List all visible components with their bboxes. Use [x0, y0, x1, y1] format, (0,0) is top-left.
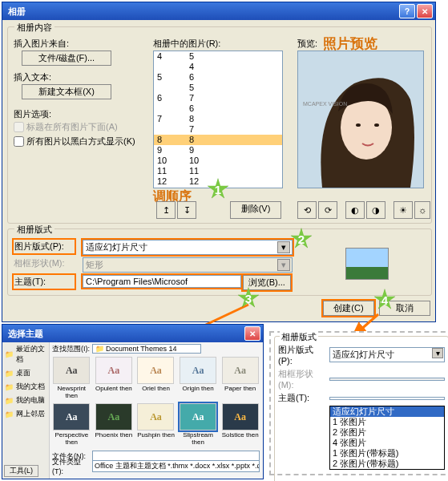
contrast-up-icon[interactable]: ◐ [345, 201, 365, 219]
move-down-button[interactable]: ↧ [177, 201, 196, 219]
list-item[interactable]: 78 [154, 114, 282, 124]
svg-point-2 [356, 123, 361, 127]
theme-thumb[interactable]: AaSlipstream then [179, 403, 218, 447]
list-item[interactable]: 5 [154, 83, 282, 93]
dropdown-option[interactable]: 2 张图片 [330, 427, 444, 438]
pic-layout-combo[interactable]: 适应幻灯片尺寸 [329, 347, 445, 362]
titlebar[interactable]: 选择主题 ✕ [2, 325, 263, 342]
picture-listbox[interactable]: 4545656767878899101011111212131314141515 [153, 51, 283, 188]
tools-button[interactable]: 工具(L) [4, 465, 38, 477]
insert-from-label: 插入图片来自: [14, 38, 69, 50]
preview-label: 预览: [297, 38, 317, 50]
bw-checkbox[interactable]: 所有图片以黑白方式显示(K) [14, 135, 135, 148]
svg-point-3 [374, 123, 379, 127]
pic-layout-label: 图片版式(P): [278, 344, 326, 366]
group-album-layout: 相册版式 图片版式(P):适应幻灯片尺寸 相框形状(M): 主题(T): 适应幻… [274, 336, 448, 481]
theme-thumb[interactable]: AaNewsprint then [52, 357, 91, 400]
pics-in-album-label: 相册中的图片(R): [153, 38, 220, 50]
theme-thumb[interactable]: AaPaper then [220, 357, 260, 400]
list-item[interactable]: 67 [154, 93, 282, 103]
brightness-up-icon[interactable]: ☀ [394, 201, 413, 219]
list-item[interactable]: 1212 [154, 176, 282, 187]
rotate-right-icon[interactable]: ⟳ [318, 201, 337, 219]
insert-text-label: 插入文本: [14, 71, 51, 83]
theme-open-dialog: 选择主题 ✕ 📁最近的文档📁桌面📁我的文档📁我的电脑📁网上邻居 查找范围(I):… [2, 324, 264, 479]
frame-label: 相框形状(M): [278, 368, 326, 390]
filetype-row: 文件类型(T):Office 主题和主题文档 *.thmx *.docx *.x… [52, 457, 260, 475]
delete-button[interactable]: 删除(V) [230, 201, 281, 219]
pic-options-label: 图片选项: [14, 108, 51, 120]
contrast-down-icon[interactable]: ◑ [366, 201, 385, 219]
group-label: 相册版式 [14, 224, 54, 236]
dropdown-option[interactable]: 2 张图片(带标题) [330, 459, 444, 469]
new-textbox-button[interactable]: 新建文本框(X) [22, 84, 111, 99]
group-label: 相册内容 [14, 22, 54, 34]
list-item[interactable]: 56 [154, 72, 282, 83]
lookin-label: 查找范围(I): 📁 Document Themes 14 [52, 344, 201, 354]
close-icon[interactable]: ✕ [417, 4, 433, 18]
sidebar-item[interactable]: 📁最近的文档 [2, 342, 49, 366]
dialog-title: 选择主题 [5, 328, 243, 340]
list-item[interactable]: 1010 [154, 156, 282, 166]
dropdown-option[interactable]: 适应幻灯片尺寸 [330, 406, 444, 417]
browse-button[interactable]: 浏览(B)... [243, 275, 291, 290]
theme-thumb[interactable]: AaPerspective then [52, 403, 91, 447]
theme-thumb[interactable]: AaOpulent then [95, 357, 134, 400]
titlebar[interactable]: 相册 ? ✕ [2, 2, 435, 20]
theme-thumb[interactable]: AaPhoenix then [95, 403, 134, 447]
brightness-down-icon[interactable]: ☼ [414, 201, 430, 219]
theme-thumb[interactable]: AaPushpin then [136, 403, 176, 447]
dialog-title: 相册 [5, 6, 398, 18]
pic-layout-combo[interactable]: 适应幻灯片尺寸 [83, 240, 293, 255]
dropdown-option[interactable]: 1 张图片(带标题) [330, 448, 444, 459]
close-icon[interactable]: ✕ [244, 326, 260, 341]
theme-thumb[interactable]: AaOrigin then [179, 357, 218, 400]
sidebar-item[interactable]: 📁网上邻居 [2, 407, 49, 421]
dropdown-option[interactable]: 4 张图片 [330, 438, 444, 448]
cancel-button[interactable]: 取消 [379, 301, 430, 316]
theme-label: 主题(T): [14, 275, 75, 289]
theme-thumbnails[interactable]: AaNewsprint thenAaOpulent thenAaOriel th… [52, 357, 260, 447]
svg-text:MCAPEX VISION: MCAPEX VISION [303, 101, 347, 107]
list-item[interactable]: 1313 [154, 187, 282, 188]
caption-checkbox[interactable]: 标题在所有图片下面(A) [14, 121, 118, 133]
theme-input[interactable]: C:\Program Files\Microsof [83, 275, 241, 288]
preview-pane: MCAPEX VISION [297, 51, 424, 188]
list-item[interactable]: 45 [154, 51, 282, 62]
sidebar-item[interactable]: 📁我的文档 [2, 380, 49, 394]
theme-thumb[interactable]: AaOriel then [136, 357, 176, 400]
create-button[interactable]: 创建(C) [323, 301, 374, 316]
dropdown-option[interactable]: 1 张图片 [330, 417, 444, 427]
places-sidebar[interactable]: 📁最近的文档📁桌面📁我的文档📁我的电脑📁网上邻居 [2, 342, 50, 479]
layout-options-dropdown[interactable]: 适应幻灯片尺寸1 张图片2 张图片4 张图片1 张图片(带标题)2 张图片(带标… [329, 406, 445, 470]
pic-layout-label: 图片版式(P): [14, 240, 75, 253]
sidebar-item[interactable]: 📁我的电脑 [2, 394, 49, 407]
layout-dropdown-panel: 相册版式 图片版式(P):适应幻灯片尺寸 相框形状(M): 主题(T): 适应幻… [269, 331, 448, 475]
photo-illustration: MCAPEX VISION [298, 51, 423, 188]
list-item[interactable]: 4 [154, 62, 282, 72]
list-item[interactable]: 6 [154, 103, 282, 114]
rotate-left-icon[interactable]: ⟲ [297, 201, 317, 219]
theme-input[interactable] [329, 397, 445, 400]
group-label: 相册版式 [280, 331, 318, 343]
theme-thumb[interactable]: AaSolstice then [220, 403, 260, 447]
list-item[interactable]: 99 [154, 145, 282, 156]
layout-thumbnail [345, 248, 389, 280]
album-dialog: 相册 ? ✕ 相册内容 插入图片来自: 文件/磁盘(F)... 插入文本: 新建… [2, 2, 436, 322]
list-item[interactable]: 7 [154, 124, 282, 135]
move-up-button[interactable]: ↥ [156, 201, 176, 219]
list-item[interactable]: 88 [154, 135, 282, 145]
frame-combo [329, 378, 445, 381]
frame-combo: 矩形 [83, 257, 293, 273]
filetype-combo[interactable]: Office 主题和主题文档 *.thmx *.docx *.xlsx *.pp… [92, 460, 260, 472]
sidebar-item[interactable]: 📁桌面 [2, 366, 49, 380]
help-icon[interactable]: ? [399, 4, 415, 18]
list-item[interactable]: 1111 [154, 166, 282, 176]
theme-label: 主题(T): [278, 392, 326, 404]
frame-label: 相框形状(M): [14, 257, 65, 269]
file-disk-button[interactable]: 文件/磁盘(F)... [22, 51, 111, 66]
